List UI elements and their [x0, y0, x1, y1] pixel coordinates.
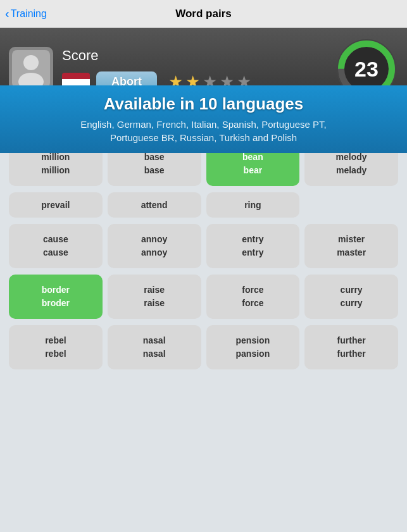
timer-value: 23: [354, 57, 379, 82]
card-word-top: force: [242, 285, 263, 295]
banner-title: Available in 10 languages: [13, 94, 394, 114]
card-word-top: annoy: [141, 234, 167, 245]
card-word-bottom: annoy: [141, 247, 167, 258]
card-word-top: prevail: [41, 200, 70, 211]
card-word-bottom: base: [144, 165, 165, 176]
list-item[interactable]: curry curry: [304, 275, 398, 319]
language-banner: Available in 10 languages English, Germa…: [0, 85, 407, 153]
card-word-top: nasal: [143, 335, 166, 346]
list-item[interactable]: border broder: [9, 275, 103, 319]
card-row-3: cause cause annoy annoy entry entry mist…: [9, 224, 398, 268]
card-word-top: million: [41, 152, 70, 163]
card-word-bottom: raise: [144, 298, 165, 309]
list-item[interactable]: attend: [108, 192, 201, 218]
card-word-bottom: entry: [242, 247, 263, 258]
card-word-bottom: bear: [244, 165, 263, 176]
list-item[interactable]: pension pansion: [206, 325, 300, 369]
card-word-bottom: force: [242, 298, 263, 309]
card-word-top: curry: [341, 285, 363, 295]
back-label: Training: [11, 8, 47, 20]
list-item[interactable]: further further: [304, 325, 398, 369]
card-word-top: ring: [244, 200, 261, 211]
card-word-bottom: further: [337, 349, 366, 359]
card-word-bottom: pansion: [236, 349, 270, 359]
navbar: ‹ Training Word pairs: [0, 0, 407, 28]
back-chevron-icon: ‹: [5, 6, 9, 21]
card-word-bottom: melady: [336, 165, 366, 176]
card-word-top: attend: [141, 200, 168, 211]
card-word-bottom: rebel: [45, 349, 66, 359]
list-item[interactable]: ring: [206, 192, 300, 218]
list-item[interactable]: force force: [206, 275, 300, 319]
list-item[interactable]: raise raise: [108, 275, 201, 319]
card-word-top: border: [42, 285, 70, 295]
card-word-top: base: [144, 152, 165, 163]
card-word-bottom: nasal: [143, 349, 166, 359]
card-word-top: rebel: [45, 335, 66, 346]
card-row-5: rebel rebel nasal nasal pension pansion …: [9, 325, 398, 369]
list-item[interactable]: nasal nasal: [108, 325, 201, 369]
card-word-bottom: cause: [43, 247, 68, 258]
card-word-bottom: master: [337, 247, 366, 258]
list-item[interactable]: annoy annoy: [108, 224, 201, 268]
card-word-bottom: million: [41, 165, 70, 176]
avatar: [9, 47, 53, 91]
card-word-bottom: curry: [341, 298, 363, 309]
card-word-top: mister: [338, 234, 365, 245]
card-word-top: raise: [144, 285, 165, 295]
back-button[interactable]: ‹ Training: [5, 6, 47, 21]
card-word-top: further: [337, 335, 366, 346]
cards-area: million million base base bean bear melo…: [0, 135, 407, 532]
list-item[interactable]: prevail: [9, 192, 103, 218]
card-word-top: bean: [242, 152, 263, 163]
page-title: Word pairs: [175, 8, 231, 20]
banner-subtitle: English, German, French, Italian, Spanis…: [13, 118, 394, 144]
score-label: Score: [62, 47, 98, 64]
list-item[interactable]: entry entry: [206, 224, 300, 268]
list-item[interactable]: mister master: [304, 224, 398, 268]
card-word-bottom: broder: [42, 298, 70, 309]
card-row-4: border broder raise raise force force cu…: [9, 275, 398, 319]
list-item[interactable]: cause cause: [9, 224, 103, 268]
card-word-top: entry: [242, 234, 263, 245]
card-row-2-partial: prevail attend ring: [9, 192, 398, 218]
card-word-top: melody: [336, 152, 367, 163]
card-word-top: pension: [236, 335, 270, 346]
card-word-top: cause: [43, 234, 68, 245]
svg-point-1: [23, 55, 39, 70]
list-item[interactable]: rebel rebel: [9, 325, 103, 369]
